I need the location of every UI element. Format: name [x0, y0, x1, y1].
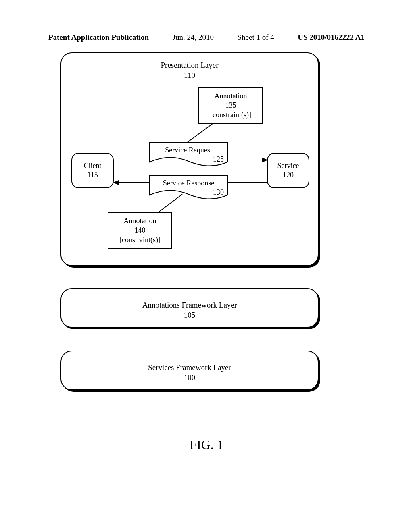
- client-num: 115: [72, 170, 113, 180]
- request-arrow-left: [114, 160, 149, 160]
- services-framework-layer-box: Services Framework Layer 100: [60, 351, 319, 390]
- service-request-doc: Service Request 125: [149, 142, 228, 166]
- svg-line-0: [186, 124, 213, 143]
- services-layer-num: 100: [184, 373, 196, 382]
- presentation-layer-title: Presentation Layer 110: [61, 60, 318, 80]
- presentation-layer-label: Presentation Layer: [161, 61, 219, 69]
- connector-140-to-response: [158, 194, 190, 216]
- annotation-140-num: 140: [108, 226, 171, 235]
- service-box: Service 120: [267, 153, 309, 188]
- annotations-framework-layer-box: Annotations Framework Layer 105: [60, 288, 319, 328]
- publication-date: Jun. 24, 2010: [173, 33, 214, 42]
- figure-label: FIG. 1: [0, 437, 413, 452]
- service-request-num: 125: [213, 155, 224, 164]
- sheet-number: Sheet 1 of 4: [237, 33, 274, 42]
- page-header: Patent Application Publication Jun. 24, …: [0, 33, 413, 42]
- services-framework-title: Services Framework Layer 100: [61, 363, 318, 382]
- presentation-layer-num: 110: [184, 71, 195, 79]
- publication-label: Patent Application Publication: [48, 33, 149, 42]
- annotation-135-label: Annotation: [199, 91, 262, 101]
- annotation-140-label: Annotation: [108, 216, 171, 226]
- service-num: 120: [268, 170, 309, 180]
- request-arrow-right: [228, 160, 267, 160]
- response-arrow-left: [114, 182, 149, 183]
- annotations-layer-num: 105: [184, 311, 196, 319]
- annotation-135-num: 135: [199, 101, 262, 110]
- client-box: Client 115: [71, 153, 114, 188]
- service-response-label: Service Response: [149, 179, 228, 187]
- service-request-label: Service Request: [149, 146, 228, 154]
- annotation-135-box: Annotation 135 [constraint(s)]: [198, 87, 263, 124]
- annotation-140-constraint: [constraint(s)]: [108, 235, 171, 245]
- annotations-framework-title: Annotations Framework Layer 105: [61, 300, 318, 320]
- annotations-layer-label: Annotations Framework Layer: [142, 301, 237, 309]
- presentation-layer-box: Presentation Layer 110 Annotation 135 [c…: [60, 52, 319, 266]
- services-layer-label: Services Framework Layer: [148, 363, 231, 372]
- header-divider: [48, 44, 365, 44]
- publication-number: US 2010/0162222 A1: [298, 33, 365, 42]
- annotation-140-box: Annotation 140 [constraint(s)]: [108, 212, 172, 249]
- connector-135-to-request: [186, 124, 219, 145]
- client-label: Client: [72, 161, 113, 170]
- figure-1-diagram: Presentation Layer 110 Annotation 135 [c…: [60, 52, 319, 415]
- service-response-num: 130: [213, 188, 224, 197]
- response-arrow-right: [228, 182, 267, 183]
- service-label: Service: [268, 161, 309, 170]
- annotation-135-constraint: [constraint(s)]: [199, 110, 262, 120]
- svg-line-1: [158, 194, 182, 212]
